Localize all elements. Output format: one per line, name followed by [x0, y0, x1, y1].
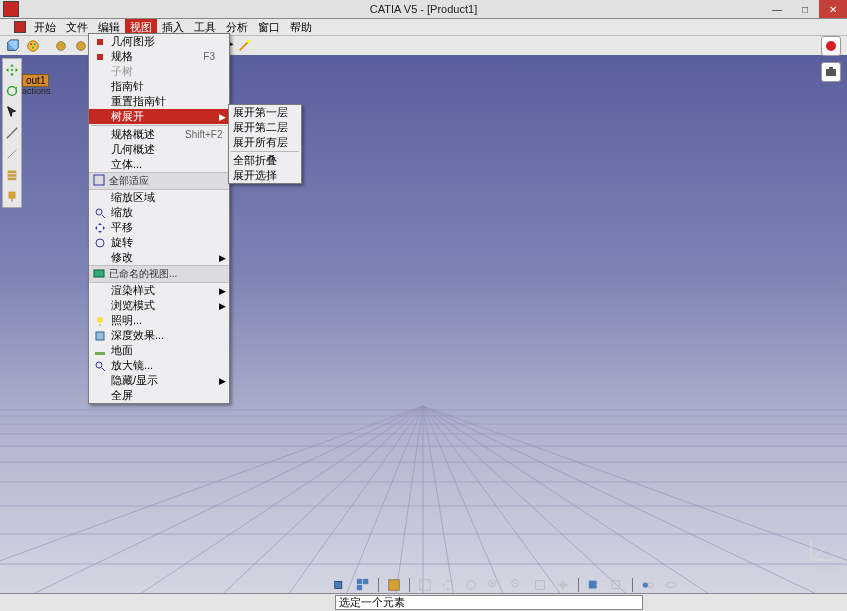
svg-point-3 [34, 43, 36, 45]
tool-palette-icon[interactable] [24, 37, 42, 55]
submenu-expand-selection[interactable]: 展开选择 [229, 168, 301, 183]
menu-item-spec[interactable]: 规格 F3 [89, 49, 229, 64]
menu-item-label: 子树 [111, 64, 215, 79]
menu-item-label: 展开选择 [233, 168, 287, 183]
menu-item-magnifier[interactable]: 放大镜... [89, 358, 229, 373]
blank-icon [93, 251, 107, 265]
blank-icon [93, 128, 107, 142]
minimize-button[interactable]: — [763, 0, 791, 18]
close-button[interactable]: ✕ [819, 0, 847, 18]
menu-item-render-style[interactable]: 渲染样式 ▶ [89, 283, 229, 298]
toolbar-separator [578, 578, 579, 592]
menu-item-compass[interactable]: 指南针 [89, 79, 229, 94]
submenu-expand-l2[interactable]: 展开第二层 [229, 120, 301, 135]
command-input[interactable] [335, 595, 643, 610]
camera-icon[interactable] [821, 62, 841, 82]
blank-icon [93, 158, 107, 172]
rotate-tool-icon[interactable] [3, 82, 21, 100]
svg-point-82 [643, 582, 648, 587]
menu-item-zoom-area[interactable]: 缩放区域 [89, 190, 229, 205]
svg-rect-66 [363, 579, 368, 584]
zoomin-icon[interactable] [484, 576, 504, 594]
move-tool-icon[interactable] [3, 61, 21, 79]
stop-record-icon[interactable] [821, 36, 841, 56]
zoomout-icon[interactable] [507, 576, 527, 594]
axis-compass-icon[interactable] [807, 534, 837, 564]
menu-header-fitall[interactable]: 全部适应 [89, 172, 229, 190]
look-at-icon[interactable] [553, 576, 573, 594]
menu-item-browse-mode[interactable]: 浏览模式 ▶ [89, 298, 229, 313]
app-icon [3, 1, 19, 17]
svg-point-1 [28, 41, 39, 52]
stack-tool-icon[interactable] [3, 166, 21, 184]
tool-cube-icon[interactable] [4, 37, 22, 55]
menu-item-hide-show[interactable]: 隐藏/显示 ▶ [89, 373, 229, 388]
menu-item-label: 立体... [111, 157, 215, 172]
pointer-tool-icon[interactable] [3, 103, 21, 121]
menu-item-tree-expand[interactable]: 树展开 ▶ [89, 109, 229, 124]
menu-separator [231, 151, 299, 152]
menu-item-fullscreen[interactable]: 全屏 [89, 388, 229, 403]
menu-item-label: 修改 [111, 250, 215, 265]
menu-shortcut: Shift+F2 [185, 129, 223, 140]
svg-rect-65 [357, 579, 362, 584]
status-bar [0, 593, 847, 611]
menu-separator [91, 125, 227, 126]
tool-wand-icon[interactable] [236, 36, 254, 54]
tree-node-child[interactable]: actions [22, 86, 51, 96]
menu-item-modify[interactable]: 修改 ▶ [89, 250, 229, 265]
bottom-toolbar [330, 576, 681, 594]
menu-item-label: 放大镜... [111, 358, 215, 373]
submenu-expand-all[interactable]: 展开所有层 [229, 135, 301, 150]
menu-item-depth[interactable]: 深度效果... [89, 328, 229, 343]
view-multi-icon[interactable] [353, 576, 373, 594]
submenu-collapse-all[interactable]: 全部折叠 [229, 153, 301, 168]
normal-view-icon[interactable] [530, 576, 550, 594]
menu-item-spec-overview[interactable]: 规格概述 Shift+F2 [89, 127, 229, 142]
menu-item-subtree[interactable]: 子树 [89, 64, 229, 79]
catalog-icon[interactable] [384, 576, 404, 594]
view-iso-icon[interactable] [330, 576, 350, 594]
menu-item-ground[interactable]: 地面 [89, 343, 229, 358]
svg-point-5 [57, 42, 66, 51]
hide-icon[interactable] [661, 576, 681, 594]
catia-watermark: CATIA [815, 564, 841, 574]
menu-item-reset-compass[interactable]: 重置指南针 [89, 94, 229, 109]
view-menu: 几何图形 规格 F3 子树 指南针 重置指南针 树展开 ▶ 规格概述 Shift… [88, 33, 230, 404]
svg-rect-42 [8, 171, 17, 174]
menu-item-zoom[interactable]: 缩放 [89, 205, 229, 220]
probe-tool-icon[interactable] [3, 187, 21, 205]
menu-window[interactable]: 窗口 [253, 19, 285, 35]
svg-rect-51 [97, 39, 103, 45]
menu-item-lighting[interactable]: 照明... [89, 313, 229, 328]
menu-item-rotate[interactable]: 旋转 [89, 235, 229, 250]
shade-icon[interactable] [584, 576, 604, 594]
svg-rect-61 [95, 352, 105, 355]
svg-point-70 [467, 581, 476, 590]
line-tool-icon[interactable] [3, 145, 21, 163]
window-buttons: — □ ✕ [763, 0, 847, 18]
menu-item-pan[interactable]: 平移 [89, 220, 229, 235]
tool-gear1-icon[interactable] [52, 37, 70, 55]
menu-header-named-views[interactable]: 已命名的视图... [89, 265, 229, 283]
blank-icon [93, 284, 107, 298]
menu-item-geometry[interactable]: 几何图形 [89, 34, 229, 49]
swap-vis-icon[interactable] [638, 576, 658, 594]
measure-tool-icon[interactable] [3, 124, 21, 142]
svg-rect-44 [8, 178, 17, 181]
pan-icon [93, 221, 107, 235]
wire-icon[interactable] [607, 576, 627, 594]
menu-start[interactable]: 开始 [29, 19, 61, 35]
svg-point-54 [96, 209, 102, 215]
menu-item-stereo[interactable]: 立体... [89, 157, 229, 172]
menu-item-geom-overview[interactable]: 几何概述 [89, 142, 229, 157]
svg-point-2 [30, 43, 32, 45]
rotate-icon [93, 236, 107, 250]
pan-icon[interactable] [438, 576, 458, 594]
menu-help[interactable]: 帮助 [285, 19, 317, 35]
submenu-expand-l1[interactable]: 展开第一层 [229, 105, 301, 120]
maximize-button[interactable]: □ [791, 0, 819, 18]
fitall-icon[interactable] [415, 576, 435, 594]
menu-item-label: 隐藏/显示 [111, 373, 215, 388]
rotate-view-icon[interactable] [461, 576, 481, 594]
